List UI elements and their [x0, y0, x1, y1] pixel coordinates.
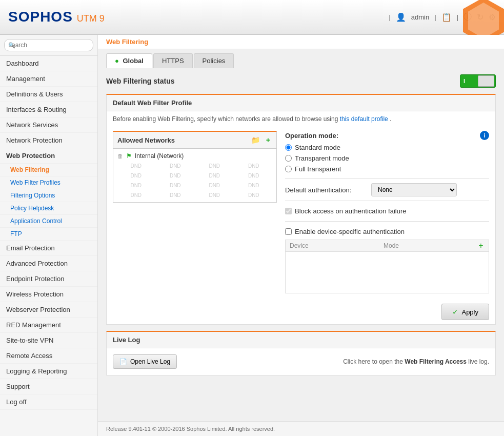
- panel-header: Default Web Filter Profile: [107, 95, 495, 111]
- sidebar-item-remote-access[interactable]: Remote Access: [0, 348, 97, 364]
- status-label: Web Filtering status: [106, 77, 175, 85]
- dnd-row-1: DND DND DND DND: [115, 161, 274, 171]
- user-icon[interactable]: 👤: [396, 12, 406, 22]
- logo: SOPHOS UTM 9: [8, 9, 105, 25]
- dnd-row-4: DND DND DND DND: [115, 190, 274, 200]
- sidebar-item-email-protection[interactable]: Email Protection: [0, 241, 97, 256]
- header-separator: |: [389, 13, 390, 21]
- utm-version-text: UTM 9: [77, 13, 105, 24]
- header-separator3: |: [457, 13, 458, 21]
- toggle-on-label: I: [460, 78, 465, 84]
- sidebar-item-red-management[interactable]: RED Management: [0, 318, 97, 333]
- sidebar-item-advanced-protection[interactable]: Advanced Protection: [0, 256, 97, 271]
- radio-transparent-input[interactable]: [285, 155, 292, 162]
- tab-global[interactable]: ● Global: [106, 53, 152, 68]
- radio-full-transparent-input[interactable]: [285, 166, 292, 172]
- network-delete-icon[interactable]: 🗑: [117, 153, 123, 159]
- dnd-row-2: DND DND DND DND: [115, 171, 274, 181]
- block-access-checkbox[interactable]: [285, 208, 292, 214]
- device-table-add-icon[interactable]: +: [473, 240, 489, 251]
- radio-standard-input[interactable]: [285, 144, 292, 151]
- default-auth-select[interactable]: None Basic NTLM Active Directory SSO: [371, 183, 457, 196]
- live-log-body: 📄 Open Live Log Click here to open the W…: [107, 348, 495, 375]
- tab-policies[interactable]: Policies: [194, 53, 234, 68]
- networks-header-label: Allowed Networks: [117, 136, 175, 144]
- device-col-header: Device: [286, 240, 379, 251]
- sidebar-item-site-to-site-vpn[interactable]: Site-to-site VPN: [0, 333, 97, 348]
- sophos-hex-logo: [463, 0, 504, 35]
- footer: Release 9.401-11 © 2000-2016 Sophos Limi…: [98, 421, 504, 436]
- sophos-logo-text: SOPHOS: [8, 9, 73, 25]
- sidebar-item-definitions-users[interactable]: Definitions & Users: [0, 87, 97, 102]
- live-log-info: Click here to open the Web Filtering Acc…: [343, 358, 489, 365]
- apply-label: Apply: [461, 308, 478, 316]
- sidebar-item-network-services[interactable]: Network Services: [0, 117, 97, 133]
- radio-transparent-mode[interactable]: Transparent mode: [285, 153, 489, 164]
- sidebar-item-wireless-protection[interactable]: Wireless Protection: [0, 287, 97, 302]
- toggle-knob: [478, 75, 494, 87]
- info-circle-icon[interactable]: i: [480, 131, 489, 140]
- network-flag-icon: ⚑: [126, 152, 132, 160]
- status-bar: Web Filtering status I: [106, 74, 496, 88]
- open-live-log-button[interactable]: 📄 Open Live Log: [113, 354, 177, 369]
- live-log-info-link: Web Filtering Access: [405, 358, 467, 365]
- device-table: Device Mode +: [285, 240, 489, 293]
- network-name: Internal (Network): [135, 152, 184, 160]
- sidebar-item-log-off[interactable]: Log off: [0, 394, 97, 410]
- live-log-info-prefix: Click here to open the: [343, 358, 403, 365]
- sidebar-item-dashboard[interactable]: Dashboard: [0, 56, 97, 71]
- device-auth-label: Enable device-specific authentication: [295, 228, 405, 235]
- layout: 🔍 Dashboard Management Definitions & Use…: [0, 35, 504, 436]
- separator-3: [285, 221, 489, 222]
- open-log-label: Open Live Log: [130, 358, 170, 365]
- tab-https[interactable]: HTTPS: [153, 53, 193, 68]
- info-text-before: Before enabling Web Filtering, specify w…: [113, 115, 338, 123]
- networks-header-icons: 📁 +: [249, 135, 272, 145]
- sidebar-item-logging-reporting[interactable]: Logging & Reporting: [0, 364, 97, 379]
- info-link[interactable]: this default profile: [340, 115, 388, 123]
- header-separator2: |: [434, 13, 436, 21]
- sidebar-item-endpoint-protection[interactable]: Endpoint Protection: [0, 271, 97, 287]
- op-mode-label: Operation mode:: [285, 132, 338, 140]
- sidebar-sub-ftp[interactable]: FTP: [0, 228, 97, 241]
- device-auth-row: Enable device-specific authentication: [285, 226, 489, 237]
- radio-full-transparent[interactable]: Full transparent: [285, 164, 489, 174]
- device-auth-checkbox[interactable]: [285, 228, 292, 235]
- panel-title: Default Web Filter Profile: [113, 99, 192, 107]
- live-log-title: Live Log: [113, 336, 140, 344]
- networks-body: 🗑 ⚑ Internal (Network) DND DND DND DND: [113, 149, 276, 202]
- sidebar-sub-web-filter-profiles[interactable]: Web Filter Profiles: [0, 176, 97, 189]
- sidebar-item-network-protection[interactable]: Network Protection: [0, 133, 97, 148]
- main-content: Web Filtering ● Global HTTPS Policies We…: [98, 35, 504, 436]
- sidebar-item-webserver-protection[interactable]: Webserver Protection: [0, 302, 97, 318]
- status-toggle[interactable]: I: [460, 74, 496, 88]
- radio-transparent-label: Transparent mode: [295, 154, 349, 162]
- tabs-bar: ● Global HTTPS Policies: [98, 49, 504, 68]
- sidebar-sub-filtering-options[interactable]: Filtering Options: [0, 189, 97, 202]
- networks-folder-icon[interactable]: 📁: [249, 135, 262, 145]
- sidebar-sub-policy-helpdesk[interactable]: Policy Helpdesk: [0, 202, 97, 215]
- device-table-header: Device Mode +: [286, 240, 489, 252]
- op-mode-row: Operation mode: i: [285, 131, 489, 140]
- search-icon: 🔍: [8, 42, 15, 49]
- search-input[interactable]: [4, 39, 93, 51]
- sidebar-item-management[interactable]: Management: [0, 71, 97, 87]
- panel-right: Operation mode: i Standard mode Transpar…: [285, 131, 489, 293]
- username-label: admin: [411, 13, 429, 21]
- radio-full-transparent-label: Full transparent: [295, 165, 341, 173]
- networks-header: Allowed Networks 📁 +: [113, 132, 276, 149]
- clipboard-icon[interactable]: 📋: [441, 12, 452, 22]
- sidebar-sub-application-control[interactable]: Application Control: [0, 215, 97, 228]
- networks-add-icon[interactable]: +: [264, 135, 272, 145]
- live-log-panel: Live Log 📄 Open Live Log Click here to o…: [106, 331, 496, 375]
- radio-standard-mode[interactable]: Standard mode: [285, 142, 489, 153]
- open-log-icon: 📄: [119, 358, 127, 365]
- radio-group-mode: Standard mode Transparent mode Full tran…: [285, 142, 489, 174]
- separator-2: [285, 201, 489, 201]
- sidebar-item-support[interactable]: Support: [0, 379, 97, 394]
- tab-global-label: Global: [123, 57, 143, 65]
- sidebar-sub-web-filtering[interactable]: Web Filtering: [0, 164, 97, 176]
- apply-button[interactable]: ✓ Apply: [441, 304, 489, 320]
- device-table-body: [286, 252, 489, 293]
- sidebar-item-interfaces-routing[interactable]: Interfaces & Routing: [0, 102, 97, 117]
